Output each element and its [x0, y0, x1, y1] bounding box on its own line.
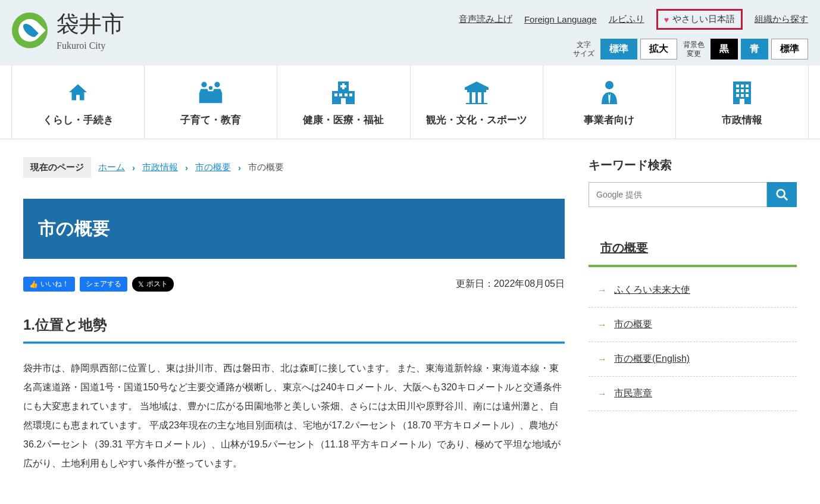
svg-rect-7	[334, 93, 337, 96]
temple-icon	[414, 77, 540, 107]
sidebar-link-overview[interactable]: →市の概要	[589, 308, 797, 342]
breadcrumb-overview[interactable]: 市の概要	[195, 162, 231, 173]
city-name: 袋井市	[57, 9, 124, 39]
breadcrumb-cityinfo[interactable]: 市政情報	[142, 162, 178, 173]
sidebar-link-overview-en[interactable]: →市の概要(English)	[589, 342, 797, 377]
svg-rect-20	[741, 84, 744, 87]
svg-rect-24	[746, 89, 749, 92]
svg-rect-28	[740, 99, 744, 104]
svg-rect-19	[736, 84, 739, 87]
svg-rect-11	[341, 98, 346, 104]
svg-rect-27	[746, 94, 749, 97]
bg-standard-button[interactable]: 標準	[771, 39, 808, 60]
site-logo[interactable]: 袋井市 Fukuroi City	[12, 9, 124, 51]
arrow-right-icon: →	[597, 285, 607, 296]
hospital-icon	[280, 77, 406, 107]
family-icon	[148, 77, 274, 107]
breadcrumb: 現在のページ ホーム › 市政情報 › 市の概要 › 市の概要	[23, 157, 565, 178]
foreign-language-link[interactable]: Foreign Language	[524, 14, 597, 24]
sidebar-link-charter[interactable]: →市民憲章	[589, 377, 797, 411]
nav-childcare[interactable]: 子育て・教育	[145, 65, 277, 139]
section-body: 袋井市は、静岡県西部に位置し、東は掛川市、西は磐田市、北は森町に接しています。 …	[23, 359, 565, 473]
svg-rect-12	[467, 90, 486, 92]
bg-color-label: 背景色 変更	[683, 40, 705, 58]
building-icon	[679, 77, 805, 107]
arrow-right-icon: →	[597, 354, 607, 365]
nav-life[interactable]: くらし・手続き	[11, 65, 145, 139]
breadcrumb-current: 市の概要	[248, 162, 284, 173]
nav-business[interactable]: 事業者向け	[543, 65, 676, 139]
city-name-en: Fukuroi City	[57, 40, 124, 51]
search-input[interactable]	[589, 182, 767, 207]
font-large-button[interactable]: 拡大	[640, 39, 677, 60]
chevron-right-icon: ›	[132, 162, 135, 173]
svg-rect-6	[340, 85, 346, 87]
x-post-button[interactable]: 𝕏ポスト	[132, 277, 174, 292]
nav-tourism[interactable]: 観光・文化・スポーツ	[411, 65, 543, 139]
chevron-right-icon: ›	[185, 162, 188, 173]
main-nav: くらし・手続き 子育て・教育 健康・医療・福祉 観光・文化・スポーツ 事業者向け…	[0, 65, 820, 139]
org-search-link[interactable]: 組織から探す	[755, 14, 808, 25]
font-standard-button[interactable]: 標準	[600, 39, 637, 60]
svg-rect-15	[481, 92, 484, 104]
svg-rect-23	[741, 89, 744, 92]
thumb-icon: 👍	[29, 280, 38, 289]
svg-line-30	[784, 196, 787, 200]
svg-rect-8	[339, 93, 342, 96]
sidebar-title[interactable]: 市の概要	[589, 231, 797, 267]
chevron-right-icon: ›	[238, 162, 241, 173]
svg-rect-13	[470, 92, 472, 104]
svg-rect-14	[475, 92, 478, 104]
svg-rect-25	[736, 94, 739, 97]
fb-share-button[interactable]: シェアする	[80, 277, 127, 292]
ruby-link[interactable]: ルビふり	[609, 14, 644, 25]
svg-point-17	[605, 81, 614, 89]
svg-point-29	[777, 190, 785, 198]
search-icon	[775, 188, 788, 201]
easy-japanese-link[interactable]: ♥ やさしい日本語	[656, 9, 743, 30]
font-size-label: 文字 サイズ	[573, 40, 594, 58]
heart-icon: ♥	[664, 15, 669, 24]
nav-cityinfo[interactable]: 市政情報	[676, 65, 809, 139]
update-date: 更新日：2022年08月05日	[456, 278, 565, 290]
svg-rect-22	[736, 89, 739, 92]
svg-rect-16	[466, 103, 487, 104]
person-icon	[546, 77, 672, 107]
svg-rect-9	[345, 93, 348, 96]
section-heading: 1.位置と地勢	[23, 315, 565, 344]
breadcrumb-label: 現在のページ	[23, 157, 91, 178]
bg-black-button[interactable]: 黒	[711, 39, 738, 60]
svg-point-1	[215, 82, 220, 87]
nav-health[interactable]: 健康・医療・福祉	[277, 65, 410, 139]
breadcrumb-home[interactable]: ホーム	[98, 162, 125, 173]
svg-point-2	[209, 86, 212, 89]
svg-rect-10	[349, 93, 352, 96]
page-title: 市の概要	[23, 199, 565, 259]
svg-point-0	[202, 82, 207, 87]
svg-rect-21	[746, 84, 749, 87]
home-icon	[15, 77, 141, 107]
fb-like-button[interactable]: 👍いいね！	[23, 277, 75, 292]
voice-reading-link[interactable]: 音声読み上げ	[459, 14, 512, 25]
search-heading: キーワード検索	[589, 157, 797, 173]
bg-blue-button[interactable]: 青	[741, 39, 768, 60]
sidebar-link-ambassador[interactable]: →ふくろい未来大使	[589, 273, 797, 308]
search-button[interactable]	[767, 182, 797, 207]
svg-rect-26	[741, 94, 744, 97]
arrow-right-icon: →	[597, 320, 607, 330]
arrow-right-icon: →	[597, 389, 607, 399]
x-icon: 𝕏	[138, 280, 144, 289]
